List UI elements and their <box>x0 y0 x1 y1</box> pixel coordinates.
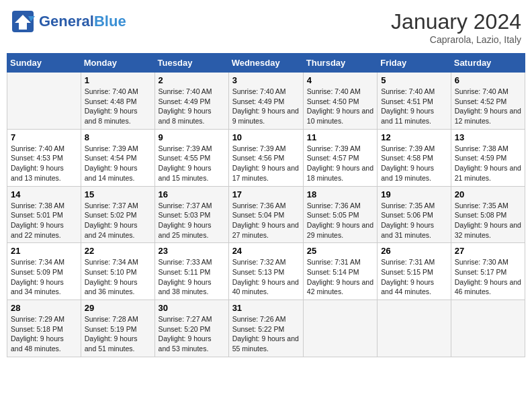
column-header-saturday: Saturday <box>451 54 525 73</box>
day-number: 2 <box>159 75 225 85</box>
day-detail: Sunrise: 7:39 AMSunset: 4:56 PMDaylight:… <box>232 144 300 183</box>
day-detail: Sunrise: 7:37 AMSunset: 5:03 PMDaylight:… <box>159 201 225 240</box>
calendar-cell: 20Sunrise: 7:35 AMSunset: 5:08 PMDayligh… <box>451 186 525 243</box>
day-detail: Sunrise: 7:27 AMSunset: 5:20 PMDaylight:… <box>159 314 225 354</box>
column-header-sunday: Sunday <box>7 54 81 73</box>
calendar-cell: 10Sunrise: 7:39 AMSunset: 4:56 PMDayligh… <box>228 129 303 186</box>
day-detail: Sunrise: 7:31 AMSunset: 5:14 PMDaylight:… <box>307 257 373 297</box>
calendar-cell: 22Sunrise: 7:34 AMSunset: 5:10 PMDayligh… <box>81 243 154 300</box>
calendar-cell: 2Sunrise: 7:40 AMSunset: 4:49 PMDaylight… <box>154 73 228 130</box>
day-number: 26 <box>381 246 447 256</box>
calendar-cell: 9Sunrise: 7:39 AMSunset: 4:55 PMDaylight… <box>154 129 228 186</box>
calendar-cell: 31Sunrise: 7:26 AMSunset: 5:22 PMDayligh… <box>228 300 303 357</box>
day-detail: Sunrise: 7:26 AMSunset: 5:22 PMDaylight:… <box>232 314 300 354</box>
calendar-week-row: 1Sunrise: 7:40 AMSunset: 4:48 PMDaylight… <box>7 73 525 130</box>
title-block: January 2024 Caprarola, Lazio, Italy <box>391 9 521 45</box>
calendar-cell: 21Sunrise: 7:34 AMSunset: 5:09 PMDayligh… <box>7 243 81 300</box>
day-detail: Sunrise: 7:36 AMSunset: 5:04 PMDaylight:… <box>232 201 300 240</box>
day-number: 5 <box>381 75 447 85</box>
calendar-cell: 8Sunrise: 7:39 AMSunset: 4:54 PMDaylight… <box>81 129 154 186</box>
day-detail: Sunrise: 7:40 AMSunset: 4:51 PMDaylight:… <box>381 87 447 126</box>
day-detail: Sunrise: 7:31 AMSunset: 5:15 PMDaylight:… <box>381 257 447 297</box>
day-number: 18 <box>307 189 373 199</box>
day-number: 7 <box>11 132 77 142</box>
calendar-week-row: 14Sunrise: 7:38 AMSunset: 5:01 PMDayligh… <box>7 186 525 243</box>
column-header-tuesday: Tuesday <box>154 54 228 73</box>
calendar-cell: 25Sunrise: 7:31 AMSunset: 5:14 PMDayligh… <box>303 243 377 300</box>
day-detail: Sunrise: 7:40 AMSunset: 4:49 PMDaylight:… <box>232 87 300 126</box>
calendar-week-row: 21Sunrise: 7:34 AMSunset: 5:09 PMDayligh… <box>7 243 525 300</box>
column-header-wednesday: Wednesday <box>228 54 303 73</box>
page-title: January 2024 <box>391 9 521 34</box>
day-detail: Sunrise: 7:40 AMSunset: 4:48 PMDaylight:… <box>85 87 151 126</box>
calendar-cell: 17Sunrise: 7:36 AMSunset: 5:04 PMDayligh… <box>228 186 303 243</box>
calendar-week-row: 7Sunrise: 7:40 AMSunset: 4:53 PMDaylight… <box>7 129 525 186</box>
calendar-cell: 14Sunrise: 7:38 AMSunset: 5:01 PMDayligh… <box>7 186 81 243</box>
day-detail: Sunrise: 7:32 AMSunset: 5:13 PMDaylight:… <box>232 257 300 297</box>
day-detail: Sunrise: 7:30 AMSunset: 5:17 PMDaylight:… <box>455 257 521 297</box>
day-detail: Sunrise: 7:39 AMSunset: 4:57 PMDaylight:… <box>307 144 373 183</box>
day-number: 27 <box>455 246 521 256</box>
calendar-cell: 12Sunrise: 7:39 AMSunset: 4:58 PMDayligh… <box>378 129 451 186</box>
day-number: 16 <box>159 189 225 199</box>
calendar-cell <box>7 73 81 130</box>
day-number: 1 <box>85 75 151 85</box>
calendar-cell: 4Sunrise: 7:40 AMSunset: 4:50 PMDaylight… <box>303 73 377 130</box>
day-detail: Sunrise: 7:40 AMSunset: 4:49 PMDaylight:… <box>159 87 225 126</box>
page-subtitle: Caprarola, Lazio, Italy <box>391 34 521 45</box>
day-number: 4 <box>307 75 373 85</box>
day-number: 19 <box>381 189 447 199</box>
day-detail: Sunrise: 7:40 AMSunset: 4:52 PMDaylight:… <box>455 87 521 126</box>
calendar-cell: 5Sunrise: 7:40 AMSunset: 4:51 PMDaylight… <box>378 73 451 130</box>
calendar-cell: 3Sunrise: 7:40 AMSunset: 4:49 PMDaylight… <box>228 73 303 130</box>
calendar-cell <box>378 300 451 357</box>
day-detail: Sunrise: 7:33 AMSunset: 5:11 PMDaylight:… <box>159 257 225 297</box>
calendar-cell: 13Sunrise: 7:38 AMSunset: 4:59 PMDayligh… <box>451 129 525 186</box>
day-detail: Sunrise: 7:38 AMSunset: 4:59 PMDaylight:… <box>455 144 521 183</box>
day-detail: Sunrise: 7:34 AMSunset: 5:09 PMDaylight:… <box>11 257 77 297</box>
column-header-friday: Friday <box>378 54 451 73</box>
calendar-cell: 11Sunrise: 7:39 AMSunset: 4:57 PMDayligh… <box>303 129 377 186</box>
day-number: 8 <box>85 132 151 142</box>
day-number: 31 <box>232 303 300 313</box>
calendar-cell: 27Sunrise: 7:30 AMSunset: 5:17 PMDayligh… <box>451 243 525 300</box>
calendar-cell: 18Sunrise: 7:36 AMSunset: 5:05 PMDayligh… <box>303 186 377 243</box>
day-number: 6 <box>455 75 521 85</box>
day-number: 25 <box>307 246 373 256</box>
column-header-thursday: Thursday <box>303 54 377 73</box>
calendar-cell: 1Sunrise: 7:40 AMSunset: 4:48 PMDaylight… <box>81 73 154 130</box>
calendar-cell: 16Sunrise: 7:37 AMSunset: 5:03 PMDayligh… <box>154 186 228 243</box>
calendar-cell: 24Sunrise: 7:32 AMSunset: 5:13 PMDayligh… <box>228 243 303 300</box>
day-number: 20 <box>455 189 521 199</box>
day-number: 3 <box>232 75 300 85</box>
calendar-table: SundayMondayTuesdayWednesdayThursdayFrid… <box>7 53 525 357</box>
calendar-body: 1Sunrise: 7:40 AMSunset: 4:48 PMDaylight… <box>7 73 525 357</box>
day-number: 29 <box>85 303 151 313</box>
day-detail: Sunrise: 7:34 AMSunset: 5:10 PMDaylight:… <box>85 257 151 297</box>
day-detail: Sunrise: 7:29 AMSunset: 5:18 PMDaylight:… <box>11 314 77 354</box>
column-header-monday: Monday <box>81 54 154 73</box>
day-detail: Sunrise: 7:36 AMSunset: 5:05 PMDaylight:… <box>307 201 373 240</box>
day-number: 12 <box>381 132 447 142</box>
calendar-cell: 6Sunrise: 7:40 AMSunset: 4:52 PMDaylight… <box>451 73 525 130</box>
day-number: 9 <box>159 132 225 142</box>
day-number: 21 <box>11 246 77 256</box>
calendar-cell <box>451 300 525 357</box>
calendar-cell: 26Sunrise: 7:31 AMSunset: 5:15 PMDayligh… <box>378 243 451 300</box>
day-number: 15 <box>85 189 151 199</box>
calendar-week-row: 28Sunrise: 7:29 AMSunset: 5:18 PMDayligh… <box>7 300 525 357</box>
logo-icon <box>11 9 35 34</box>
day-number: 23 <box>159 246 225 256</box>
day-number: 28 <box>11 303 77 313</box>
day-number: 17 <box>232 189 300 199</box>
day-number: 24 <box>232 246 300 256</box>
calendar-cell: 28Sunrise: 7:29 AMSunset: 5:18 PMDayligh… <box>7 300 81 357</box>
calendar-cell: 7Sunrise: 7:40 AMSunset: 4:53 PMDaylight… <box>7 129 81 186</box>
day-detail: Sunrise: 7:40 AMSunset: 4:53 PMDaylight:… <box>11 144 77 183</box>
day-detail: Sunrise: 7:39 AMSunset: 4:55 PMDaylight:… <box>159 144 225 183</box>
day-detail: Sunrise: 7:40 AMSunset: 4:50 PMDaylight:… <box>307 87 373 126</box>
page-header: GeneralBlue January 2024 Caprarola, Lazi… <box>7 7 525 48</box>
day-number: 11 <box>307 132 373 142</box>
calendar-cell <box>303 300 377 357</box>
day-number: 13 <box>455 132 521 142</box>
